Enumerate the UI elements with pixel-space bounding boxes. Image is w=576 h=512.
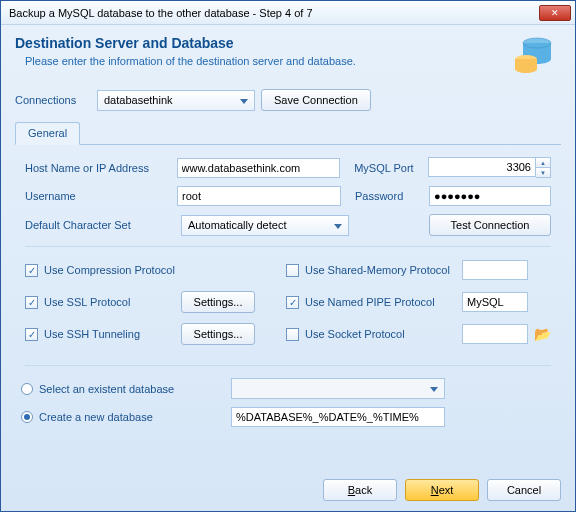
folder-icon[interactable]: 📂 bbox=[534, 326, 551, 342]
page-subtitle: Please enter the information of the dest… bbox=[25, 55, 511, 67]
ssl-settings-button[interactable]: Settings... bbox=[181, 291, 255, 313]
connections-label: Connections bbox=[15, 94, 91, 106]
host-label: Host Name or IP Address bbox=[25, 162, 177, 174]
ssh-settings-button[interactable]: Settings... bbox=[181, 323, 255, 345]
password-label: Password bbox=[355, 190, 429, 202]
port-label: MySQL Port bbox=[354, 162, 428, 174]
socket-input[interactable] bbox=[462, 324, 528, 344]
separator bbox=[25, 246, 551, 247]
page-title: Destination Server and Database bbox=[15, 35, 511, 51]
ssl-checkbox[interactable]: ✓Use SSL Protocol bbox=[25, 296, 181, 309]
test-connection-button[interactable]: Test Connection bbox=[429, 214, 551, 236]
database-icon bbox=[511, 35, 555, 75]
window-title: Backup a MySQL database to the other dat… bbox=[9, 7, 539, 19]
port-spin-up[interactable]: ▲ bbox=[536, 158, 550, 168]
new-database-input[interactable] bbox=[231, 407, 445, 427]
port-spin-down[interactable]: ▼ bbox=[536, 168, 550, 177]
next-button[interactable]: Next bbox=[405, 479, 479, 501]
password-input[interactable] bbox=[429, 186, 551, 206]
named-pipe-checkbox[interactable]: ✓Use Named PIPE Protocol bbox=[286, 296, 462, 309]
host-input[interactable] bbox=[177, 158, 341, 178]
existing-database-dropdown[interactable] bbox=[231, 378, 445, 399]
close-button[interactable]: ✕ bbox=[539, 5, 571, 21]
named-pipe-input[interactable] bbox=[462, 292, 528, 312]
port-spinner: ▲ ▼ bbox=[536, 157, 551, 178]
select-existing-radio[interactable]: Select an existent database bbox=[21, 383, 231, 395]
compression-checkbox[interactable]: ✓Use Compression Protocol bbox=[25, 264, 181, 277]
username-input[interactable] bbox=[177, 186, 341, 206]
titlebar: Backup a MySQL database to the other dat… bbox=[1, 1, 575, 25]
connections-dropdown[interactable]: databasethink bbox=[97, 90, 255, 111]
shared-memory-input[interactable] bbox=[462, 260, 528, 280]
ssh-checkbox[interactable]: ✓Use SSH Tunneling bbox=[25, 328, 181, 341]
cancel-button[interactable]: Cancel bbox=[487, 479, 561, 501]
wizard-header: Destination Server and Database Please e… bbox=[1, 25, 575, 87]
charset-label: Default Character Set bbox=[25, 219, 181, 231]
tab-strip: General bbox=[15, 121, 561, 145]
charset-dropdown[interactable]: Automatically detect bbox=[181, 215, 349, 236]
next-label: ext bbox=[439, 484, 454, 496]
separator-2 bbox=[25, 365, 551, 366]
wizard-footer: Back Next Cancel bbox=[323, 479, 561, 501]
back-label: ack bbox=[355, 484, 372, 496]
wizard-window: Backup a MySQL database to the other dat… bbox=[0, 0, 576, 512]
username-label: Username bbox=[25, 190, 177, 202]
save-connection-button[interactable]: Save Connection bbox=[261, 89, 371, 111]
shared-memory-checkbox[interactable]: Use Shared-Memory Protocol bbox=[286, 264, 462, 277]
port-input[interactable] bbox=[428, 157, 536, 177]
socket-checkbox[interactable]: Use Socket Protocol bbox=[286, 328, 462, 341]
back-button[interactable]: Back bbox=[323, 479, 397, 501]
create-new-radio[interactable]: Create a new database bbox=[21, 411, 231, 423]
tab-general[interactable]: General bbox=[15, 122, 80, 145]
